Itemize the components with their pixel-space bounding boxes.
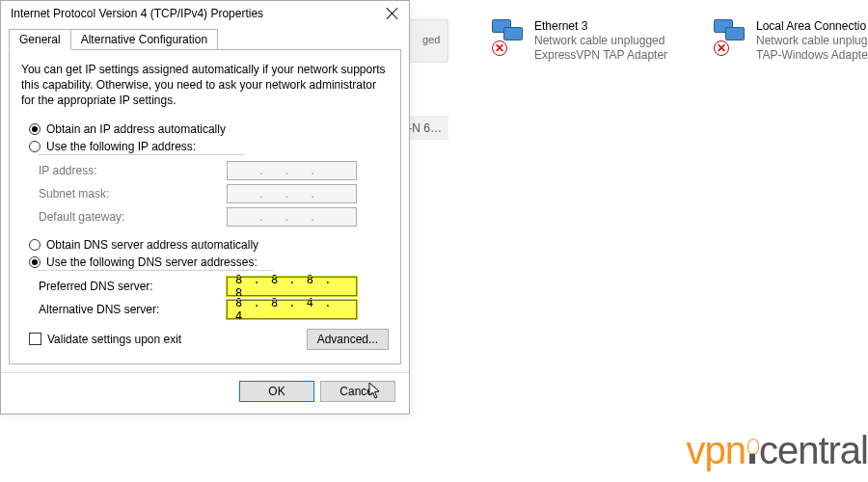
radio-dns-manual-row[interactable]: Use the following DNS server addresses: [29,255,389,269]
ok-button[interactable]: OK [239,381,314,402]
radio-dns-auto-label: Obtain DNS server address automatically [46,238,258,252]
adapter-driver: ExpressVPN TAP Adapter [534,48,667,63]
radio-dns-auto[interactable] [29,239,41,251]
radio-dns-manual-label: Use the following DNS server addresses: [46,255,258,269]
tab-strip: General Alternative Configuration [9,29,401,50]
bulb-icon [746,439,759,468]
checkbox-validate-label: Validate settings upon exit [47,333,181,346]
label-preferred-dns: Preferred DNS server: [39,280,227,293]
advanced-button[interactable]: Advanced... [307,329,389,350]
ipv4-properties-dialog: Internet Protocol Version 4 (TCP/IPv4) P… [0,0,410,415]
adapter-truncated-status: ged [422,34,440,45]
close-icon[interactable] [386,7,399,20]
input-ip-address: . . . [227,161,357,180]
network-adapter-icon: ✕ [492,19,529,56]
dialog-title: Internet Protocol Version 4 (TCP/IPv4) P… [11,7,263,20]
watermark-logo: vpncentral [686,429,868,472]
input-default-gateway: . . . [227,207,357,227]
checkbox-validate[interactable] [29,333,41,345]
adapter-status: Network cable unplugged [534,34,667,48]
dialog-titlebar[interactable]: Internet Protocol Version 4 (TCP/IPv4) P… [1,1,409,28]
radio-ip-auto[interactable] [29,123,41,135]
input-alternative-dns[interactable]: 8 . 8 . 4 . 4 [227,300,357,319]
tab-panel-general: You can get IP settings assigned automat… [9,49,401,364]
radio-dns-manual[interactable] [29,256,41,268]
adapter-name: Ethernet 3 [534,19,667,34]
intro-text: You can get IP settings assigned automat… [21,62,389,109]
label-subnet-mask: Subnet mask: [39,187,227,201]
tab-general[interactable]: General [9,29,71,50]
radio-dns-auto-row[interactable]: Obtain DNS server address automatically [29,238,389,252]
disconnected-x-icon: ✕ [492,40,507,56]
adapter-status: Network cable unplug [756,34,868,48]
disconnected-x-icon: ✕ [714,40,729,56]
adapter-item-ethernet3[interactable]: ✕ Ethernet 3 Network cable unplugged Exp… [492,19,667,63]
input-preferred-dns[interactable]: 8 . 8 . 8 . 8 [227,277,357,296]
label-alternative-dns: Alternative DNS server: [39,303,227,316]
radio-ip-manual[interactable] [29,141,41,152]
adapter-name: Local Area Connectio [756,19,868,34]
tab-alternative-configuration[interactable]: Alternative Configuration [70,29,218,50]
radio-ip-auto-row[interactable]: Obtain an IP address automatically [29,122,389,136]
radio-ip-auto-label: Obtain an IP address automatically [46,122,226,136]
adapter-item-lan[interactable]: ✕ Local Area Connectio Network cable unp… [714,19,868,63]
adapter-driver: TAP-Windows Adapte [756,48,868,63]
dialog-actions: OK Cancel [1,373,409,414]
input-subnet-mask: . . . [227,184,357,203]
label-ip-address: IP address: [39,164,227,177]
radio-ip-manual-label: Use the following IP address: [46,140,196,153]
network-adapter-icon: ✕ [714,19,750,56]
radio-ip-manual-row[interactable]: Use the following IP address: [29,140,389,153]
cancel-button[interactable]: Cancel [320,381,395,402]
label-default-gateway: Default gateway: [39,210,227,224]
